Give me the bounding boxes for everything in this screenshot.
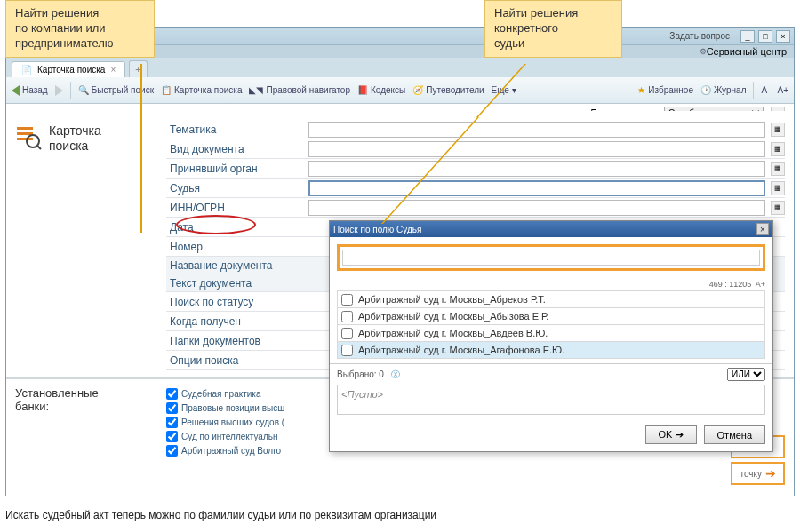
- popup-item-checkbox[interactable]: [341, 294, 353, 306]
- arrow-left-icon: [12, 85, 20, 96]
- field-judge-label: Судья: [166, 182, 308, 195]
- field-tema-label: Тематика: [166, 123, 308, 136]
- field-organ-label: Принявший орган: [166, 163, 308, 175]
- field-vid-clear[interactable]: ▦: [771, 142, 785, 156]
- quick-search-button[interactable]: 🔍Быстрый поиск: [78, 85, 154, 95]
- banks-title: Установленные банки:: [15, 386, 166, 457]
- svg-point-3: [27, 135, 39, 147]
- bank-checkbox[interactable]: [166, 445, 178, 457]
- tab-label: Карточка поиска: [37, 65, 105, 75]
- back-button[interactable]: Назад: [12, 85, 48, 96]
- magnifier-icon: 🔍: [78, 85, 89, 95]
- search-card-button[interactable]: 📋Карточка поиска: [161, 85, 242, 95]
- bank-checkbox[interactable]: [166, 417, 178, 428]
- popup-footer: Выбрано: 0 ⓧ ИЛИ <Пусто>: [330, 363, 772, 418]
- nav-icon: ◣◥: [249, 85, 263, 95]
- search-card-icon: [15, 123, 42, 150]
- cancel-button[interactable]: Отмена: [704, 425, 765, 444]
- field-status-label: Поиск по статусу: [166, 296, 308, 308]
- svg-rect-0: [17, 127, 33, 130]
- legal-navigator-button[interactable]: ◣◥Правовой навигатор: [249, 85, 350, 95]
- popup-list: Арбитражный суд г. Москвы_Абреков Р.Т. А…: [330, 290, 772, 363]
- clock-icon: 🕑: [700, 85, 711, 95]
- tab-search-card[interactable]: 📄 Карточка поиска ×: [12, 61, 125, 77]
- bank-checkbox[interactable]: [166, 402, 178, 414]
- star-icon: ★: [637, 85, 645, 95]
- popup-item[interactable]: Арбитражный суд г. Москвы_Авдеев В.Ю.: [337, 324, 765, 342]
- popup-close-icon[interactable]: ×: [756, 223, 769, 235]
- tab-icon: 📄: [21, 65, 32, 75]
- judge-popup: Поиск по полю Судья × 469 : 11205 A+ Арб…: [329, 220, 773, 452]
- callout-line-left: [140, 64, 142, 233]
- popup-search-box: [337, 244, 765, 271]
- field-judge-input[interactable]: [308, 180, 765, 196]
- arrow-right-icon: ➔: [765, 466, 776, 480]
- field-organ-input[interactable]: [308, 161, 765, 177]
- popup-search-input[interactable]: [342, 250, 760, 266]
- popup-item[interactable]: Арбитражный суд г. Москвы_Абызова Е.Р.: [337, 307, 765, 325]
- ok-button[interactable]: OK ➔: [645, 425, 697, 444]
- popup-title-text: Поиск по полю Судья: [333, 225, 421, 234]
- toolbar: Назад 🔍Быстрый поиск 📋Карточка поиска ◣◥…: [6, 77, 794, 104]
- font-increase[interactable]: A+: [777, 85, 788, 95]
- close-button[interactable]: ×: [776, 30, 790, 43]
- field-when-label: Когда получен: [166, 315, 308, 328]
- arrow-right-icon: [55, 85, 63, 96]
- svg-line-4: [37, 146, 41, 149]
- bank-checkbox[interactable]: [166, 431, 178, 442]
- maximize-button[interactable]: □: [758, 30, 772, 43]
- popup-titlebar: Поиск по полю Судья ×: [330, 221, 772, 237]
- field-vid-label: Вид документа: [166, 143, 308, 155]
- field-tema-input[interactable]: [308, 122, 765, 138]
- field-number-label: Номер: [166, 241, 308, 253]
- popup-item[interactable]: Арбитражный суд г. Москвы_Абреков Р.Т.: [337, 290, 765, 308]
- field-options-label: Опции поиска: [166, 354, 308, 367]
- popup-item-checkbox[interactable]: [341, 328, 353, 339]
- field-date-label: Дата: [166, 221, 308, 234]
- popup-item-checkbox[interactable]: [341, 345, 353, 356]
- tab-add-button[interactable]: +: [129, 60, 147, 77]
- tab-close-icon[interactable]: ×: [110, 65, 116, 75]
- compass-icon: 🧭: [412, 85, 423, 95]
- field-inn-input[interactable]: [308, 200, 765, 216]
- to-point-button[interactable]: точку➔: [731, 462, 785, 485]
- field-judge-clear[interactable]: ▦: [771, 181, 785, 195]
- popup-selected-count: Выбрано: 0: [337, 369, 384, 379]
- card-icon: 📋: [161, 85, 172, 95]
- footer-caption: Искать судебный акт теперь можно по фами…: [5, 509, 436, 521]
- card-title: Карточка поиска: [49, 123, 101, 154]
- logic-select[interactable]: ИЛИ: [727, 368, 765, 381]
- journal-button[interactable]: 🕑Журнал: [700, 85, 747, 95]
- tab-bar: 📄 Карточка поиска × +: [6, 58, 794, 77]
- field-tema-clear[interactable]: ▦: [771, 123, 785, 137]
- popup-meta: 469 : 11205 A+: [330, 278, 772, 290]
- field-organ-clear[interactable]: ▦: [771, 162, 785, 176]
- callout-judge: Найти решения конкретного судьи: [484, 0, 622, 58]
- popup-font-plus[interactable]: A+: [756, 280, 765, 289]
- favorites-button[interactable]: ★Избранное: [637, 85, 693, 95]
- bank-checkbox[interactable]: [166, 388, 178, 400]
- guides-button[interactable]: 🧭Путеводители: [412, 85, 484, 95]
- ask-question-link[interactable]: Задать вопрос: [669, 31, 730, 41]
- forward-button[interactable]: [55, 85, 63, 96]
- book-icon: 📕: [357, 85, 368, 95]
- minimize-button[interactable]: _: [740, 30, 755, 43]
- field-folders-label: Папки документов: [166, 335, 308, 347]
- font-decrease[interactable]: A-: [761, 85, 770, 95]
- popup-selected-list: <Пусто>: [337, 385, 765, 415]
- field-vid-input[interactable]: [308, 141, 765, 157]
- svg-rect-2: [17, 138, 33, 140]
- card-header: Карточка поиска: [15, 120, 166, 370]
- popup-item[interactable]: Арбитражный суд г. Москвы_Агафонова Е.Ю.: [337, 341, 765, 359]
- callout-company: Найти решения по компании или предприним…: [5, 0, 155, 58]
- field-inn-label: ИНН/ОГРН: [166, 202, 308, 214]
- clear-selection-icon[interactable]: ⓧ: [391, 369, 400, 381]
- popup-item-checkbox[interactable]: [341, 311, 353, 322]
- service-center-link[interactable]: Сервисный центр: [707, 46, 787, 57]
- field-inn-clear[interactable]: ▦: [771, 201, 785, 215]
- codex-button[interactable]: 📕Кодексы: [357, 85, 405, 95]
